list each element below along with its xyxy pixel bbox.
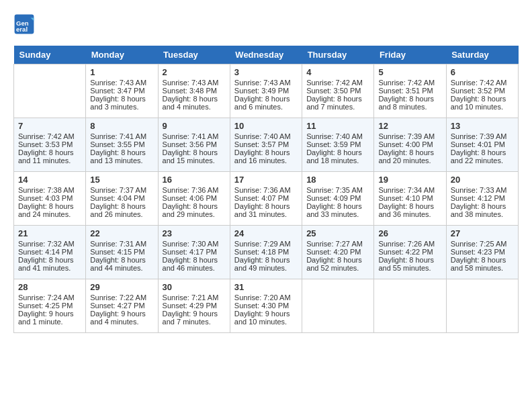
day-number: 7 — [18, 121, 81, 131]
sunrise-text: Sunrise: 7:27 AM — [306, 240, 369, 248]
day-number: 1 — [90, 67, 153, 77]
daylight-text: Daylight: 8 hours and 58 minutes. — [451, 256, 514, 272]
calendar-cell: 25Sunrise: 7:27 AMSunset: 4:20 PMDayligh… — [302, 226, 374, 279]
sunset-text: Sunset: 4:30 PM — [234, 302, 298, 310]
svg-text:eral: eral — [16, 26, 28, 33]
sunrise-text: Sunrise: 7:22 AM — [90, 293, 153, 302]
daylight-text: Daylight: 8 hours and 36 minutes. — [378, 202, 441, 218]
calendar-cell: 14Sunrise: 7:38 AMSunset: 4:03 PMDayligh… — [14, 172, 86, 226]
calendar-cell: 22Sunrise: 7:31 AMSunset: 4:15 PMDayligh… — [86, 226, 158, 279]
day-number: 16 — [163, 175, 226, 185]
sunrise-text: Sunrise: 7:42 AM — [451, 79, 514, 87]
daylight-text: Daylight: 8 hours and 44 minutes. — [90, 256, 153, 272]
daylight-text: Daylight: 8 hours and 49 minutes. — [234, 256, 298, 272]
sunrise-text: Sunrise: 7:33 AM — [451, 186, 514, 194]
daylight-text: Daylight: 9 hours and 7 minutes. — [163, 310, 226, 326]
sunset-text: Sunset: 4:10 PM — [378, 194, 441, 202]
sunrise-text: Sunrise: 7:26 AM — [378, 240, 441, 248]
calendar-cell — [374, 279, 446, 333]
daylight-text: Daylight: 8 hours and 33 minutes. — [306, 202, 369, 218]
day-number: 3 — [234, 67, 298, 77]
calendar-cell: 24Sunrise: 7:29 AMSunset: 4:18 PMDayligh… — [230, 226, 302, 279]
sunrise-text: Sunrise: 7:30 AM — [163, 240, 226, 248]
logo: Gen eral — [13, 13, 38, 35]
day-number: 29 — [90, 282, 153, 292]
sunrise-text: Sunrise: 7:42 AM — [18, 132, 81, 140]
day-number: 13 — [451, 121, 514, 131]
day-number: 4 — [306, 67, 369, 77]
sunset-text: Sunset: 3:47 PM — [90, 87, 153, 95]
sunrise-text: Sunrise: 7:41 AM — [163, 132, 226, 140]
calendar-cell: 16Sunrise: 7:36 AMSunset: 4:06 PMDayligh… — [158, 172, 230, 226]
calendar-cell — [14, 64, 86, 118]
day-number: 14 — [18, 175, 81, 185]
daylight-text: Daylight: 8 hours and 22 minutes. — [451, 148, 514, 165]
sunrise-text: Sunrise: 7:25 AM — [451, 240, 514, 248]
sunrise-text: Sunrise: 7:21 AM — [163, 293, 226, 302]
sunset-text: Sunset: 4:20 PM — [306, 248, 369, 256]
day-number: 25 — [306, 228, 369, 238]
calendar-cell: 17Sunrise: 7:36 AMSunset: 4:07 PMDayligh… — [230, 172, 302, 226]
sunset-text: Sunset: 4:09 PM — [306, 194, 369, 202]
calendar-cell: 27Sunrise: 7:25 AMSunset: 4:23 PMDayligh… — [446, 226, 518, 279]
daylight-text: Daylight: 9 hours and 10 minutes. — [234, 310, 298, 326]
sunset-text: Sunset: 4:07 PM — [234, 194, 298, 202]
sunrise-text: Sunrise: 7:39 AM — [378, 132, 441, 140]
sunrise-text: Sunrise: 7:35 AM — [306, 186, 369, 194]
day-number: 11 — [306, 121, 369, 131]
calendar-cell: 8Sunrise: 7:41 AMSunset: 3:55 PMDaylight… — [86, 118, 158, 172]
sunset-text: Sunset: 4:03 PM — [18, 194, 81, 202]
day-number: 27 — [451, 228, 514, 238]
sunrise-text: Sunrise: 7:42 AM — [306, 79, 369, 87]
sunrise-text: Sunrise: 7:42 AM — [378, 79, 441, 87]
sunrise-text: Sunrise: 7:40 AM — [306, 132, 369, 140]
daylight-text: Daylight: 8 hours and 38 minutes. — [451, 202, 514, 218]
calendar-cell: 12Sunrise: 7:39 AMSunset: 4:00 PMDayligh… — [374, 118, 446, 172]
sunset-text: Sunset: 3:53 PM — [18, 140, 81, 148]
calendar-cell: 3Sunrise: 7:43 AMSunset: 3:49 PMDaylight… — [230, 64, 302, 118]
sunset-text: Sunset: 4:06 PM — [163, 194, 226, 202]
sunset-text: Sunset: 4:01 PM — [451, 140, 514, 148]
daylight-text: Daylight: 8 hours and 4 minutes. — [163, 95, 226, 111]
calendar-cell: 29Sunrise: 7:22 AMSunset: 4:27 PMDayligh… — [86, 279, 158, 333]
sunset-text: Sunset: 3:49 PM — [234, 87, 298, 95]
daylight-text: Daylight: 9 hours and 1 minute. — [18, 310, 81, 326]
col-header-monday: Monday — [86, 46, 158, 64]
page-header: Gen eral — [13, 13, 519, 35]
daylight-text: Daylight: 8 hours and 3 minutes. — [90, 95, 153, 111]
sunrise-text: Sunrise: 7:40 AM — [234, 132, 298, 140]
day-number: 6 — [451, 67, 514, 77]
calendar-cell: 18Sunrise: 7:35 AMSunset: 4:09 PMDayligh… — [302, 172, 374, 226]
daylight-text: Daylight: 8 hours and 41 minutes. — [18, 256, 81, 272]
day-number: 19 — [378, 175, 441, 185]
sunrise-text: Sunrise: 7:43 AM — [163, 79, 226, 87]
day-number: 22 — [90, 228, 153, 238]
sunset-text: Sunset: 3:59 PM — [306, 140, 369, 148]
calendar-cell: 1Sunrise: 7:43 AMSunset: 3:47 PMDaylight… — [86, 64, 158, 118]
daylight-text: Daylight: 8 hours and 18 minutes. — [306, 148, 369, 165]
col-header-thursday: Thursday — [302, 46, 374, 64]
calendar-cell — [446, 279, 518, 333]
sunrise-text: Sunrise: 7:41 AM — [90, 132, 153, 140]
sunrise-text: Sunrise: 7:20 AM — [234, 293, 298, 302]
daylight-text: Daylight: 8 hours and 26 minutes. — [90, 202, 153, 218]
calendar-cell: 5Sunrise: 7:42 AMSunset: 3:51 PMDaylight… — [374, 64, 446, 118]
daylight-text: Daylight: 8 hours and 13 minutes. — [90, 148, 153, 165]
sunrise-text: Sunrise: 7:24 AM — [18, 293, 81, 302]
daylight-text: Daylight: 8 hours and 29 minutes. — [163, 202, 226, 218]
daylight-text: Daylight: 9 hours and 4 minutes. — [90, 310, 153, 326]
calendar-cell: 6Sunrise: 7:42 AMSunset: 3:52 PMDaylight… — [446, 64, 518, 118]
calendar-cell: 4Sunrise: 7:42 AMSunset: 3:50 PMDaylight… — [302, 64, 374, 118]
sunset-text: Sunset: 3:56 PM — [163, 140, 226, 148]
daylight-text: Daylight: 8 hours and 46 minutes. — [163, 256, 226, 272]
daylight-text: Daylight: 8 hours and 7 minutes. — [306, 95, 369, 111]
day-number: 18 — [306, 175, 369, 185]
day-number: 30 — [163, 282, 226, 292]
sunrise-text: Sunrise: 7:38 AM — [18, 186, 81, 194]
sunset-text: Sunset: 4:00 PM — [378, 140, 441, 148]
calendar-cell: 26Sunrise: 7:26 AMSunset: 4:22 PMDayligh… — [374, 226, 446, 279]
sunset-text: Sunset: 3:51 PM — [378, 87, 441, 95]
sunset-text: Sunset: 4:23 PM — [451, 248, 514, 256]
daylight-text: Daylight: 8 hours and 10 minutes. — [451, 95, 514, 111]
col-header-wednesday: Wednesday — [230, 46, 302, 64]
